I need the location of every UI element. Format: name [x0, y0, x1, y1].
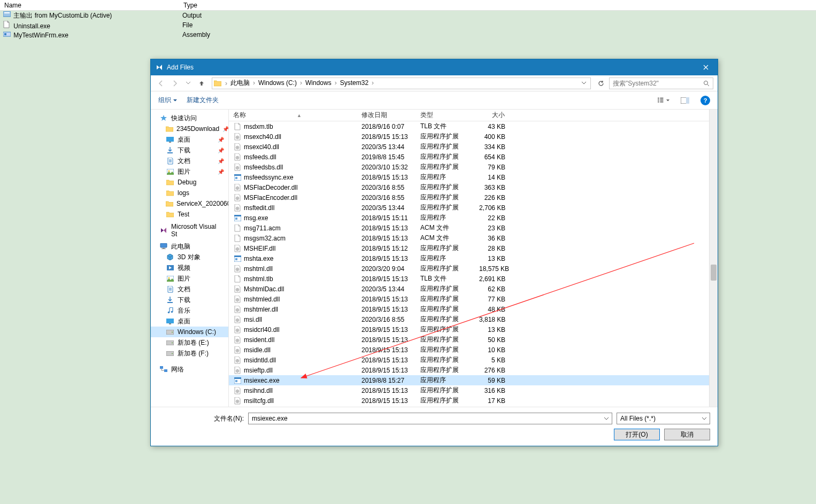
- sidebar-item[interactable]: 文档: [151, 284, 228, 294]
- file-row[interactable]: MSHEIF.dll2018/9/15 15:12应用程序扩展28 KB: [229, 243, 718, 253]
- forward-button[interactable]: [169, 77, 181, 89]
- sidebar-item[interactable]: logs: [151, 188, 228, 198]
- filter-combo[interactable]: All Files (*.*): [617, 413, 710, 424]
- file-row[interactable]: msidle.dll2018/9/15 15:13应用程序扩展10 KB: [229, 345, 718, 355]
- refresh-button[interactable]: [595, 77, 607, 89]
- search-input[interactable]: [613, 80, 703, 87]
- sidebar-visual-studio[interactable]: Microsoft Visual St: [151, 225, 228, 236]
- filename-input-wrap[interactable]: [248, 413, 612, 424]
- file-row[interactable]: msidcrl40.dll2018/9/15 15:13应用程序扩展13 KB: [229, 324, 718, 335]
- back-button[interactable]: [155, 77, 167, 89]
- sidebar-item[interactable]: Test: [151, 209, 228, 220]
- breadcrumb-item[interactable]: 此电脑: [228, 78, 252, 88]
- view-button[interactable]: [658, 95, 669, 106]
- sidebar-item[interactable]: 音乐: [151, 305, 228, 316]
- close-button[interactable]: [694, 59, 718, 75]
- bg-row[interactable]: Uninstall.exeFile: [0, 20, 816, 30]
- new-folder-button[interactable]: 新建文件夹: [187, 96, 219, 105]
- file-row[interactable]: msgsm32.acm2018/9/15 15:13ACM 文件36 KB: [229, 233, 718, 243]
- file-row[interactable]: msieftp.dll2018/9/15 15:13应用程序扩展276 KB: [229, 365, 718, 375]
- file-row[interactable]: msfeeds.dll2019/8/8 15:45应用程序扩展654 KB: [229, 152, 718, 162]
- file-type: 应用程序扩展: [416, 142, 475, 151]
- file-row[interactable]: msftedit.dll2020/3/5 13:44应用程序扩展2,706 KB: [229, 203, 718, 213]
- file-row[interactable]: mshtmled.dll2018/9/15 15:13应用程序扩展77 KB: [229, 294, 718, 304]
- sidebar-item[interactable]: 图片📌: [151, 166, 228, 177]
- recent-dropdown[interactable]: [183, 78, 194, 89]
- file-row[interactable]: mshtmler.dll2018/9/15 15:13应用程序扩展48 KB: [229, 304, 718, 314]
- sidebar-item[interactable]: Windows (C:): [151, 327, 228, 337]
- up-button[interactable]: [196, 77, 207, 89]
- file-row[interactable]: msident.dll2018/9/15 15:13应用程序扩展50 KB: [229, 335, 718, 345]
- filename-input[interactable]: [252, 415, 604, 422]
- address-dropdown[interactable]: [579, 78, 589, 89]
- file-row[interactable]: mshta.exe2018/9/15 15:13应用程序13 KB: [229, 253, 718, 263]
- file-list-body[interactable]: msdxm.tlb2018/9/16 0:07TLB 文件43 KBmsexch…: [229, 121, 718, 407]
- sidebar-item[interactable]: 3D 对象: [151, 252, 228, 262]
- open-button[interactable]: 打开(O): [614, 429, 660, 440]
- sidebar-item[interactable]: 新加卷 (E:): [151, 337, 228, 348]
- preview-pane-button[interactable]: [679, 95, 691, 106]
- sidebar-item[interactable]: ServiceX_2020060: [151, 198, 228, 209]
- file-row[interactable]: MshtmlDac.dll2020/3/5 13:44应用程序扩展62 KB: [229, 284, 718, 294]
- sidebar-network[interactable]: 网络: [151, 364, 228, 375]
- file-row[interactable]: msiexec.exe2019/8/8 15:27应用程序59 KB: [229, 375, 718, 385]
- breadcrumb-item[interactable]: Windows (C:): [256, 78, 299, 88]
- col-name[interactable]: 名称▲: [229, 110, 357, 121]
- sidebar-item[interactable]: 视频: [151, 262, 228, 273]
- bg-row[interactable]: 主输出 from MyCustomLib (Active)Output: [0, 11, 816, 20]
- breadcrumb-item[interactable]: System32: [338, 78, 371, 88]
- bg-row[interactable]: MyTestWinFrm.exeAssembly: [0, 30, 816, 40]
- scrollbar[interactable]: [709, 110, 718, 407]
- col-size[interactable]: 大小: [475, 110, 510, 121]
- file-row[interactable]: msiltcfg.dll2018/9/15 15:13应用程序扩展17 KB: [229, 396, 718, 406]
- col-date[interactable]: 修改日期: [357, 110, 416, 121]
- drive-icon: [166, 340, 174, 345]
- cancel-button[interactable]: 取消: [664, 429, 710, 440]
- sidebar-item[interactable]: 下载: [151, 294, 228, 305]
- sidebar-item[interactable]: 2345Download📌: [151, 123, 228, 134]
- sidebar-item[interactable]: Debug: [151, 177, 228, 188]
- file-row[interactable]: mshtml.tlb2018/9/15 15:13TLB 文件2,691 KB: [229, 274, 718, 284]
- file-row[interactable]: mshtml.dll2020/3/20 9:04应用程序扩展18,575 KB: [229, 263, 718, 274]
- file-type: 应用程序: [416, 213, 475, 222]
- sidebar-item[interactable]: 桌面: [151, 316, 228, 327]
- bg-col-type[interactable]: Type: [179, 1, 816, 10]
- file-row[interactable]: msidntld.dll2018/9/15 15:13应用程序扩展5 KB: [229, 355, 718, 365]
- file-date: 2020/3/10 15:32: [357, 164, 416, 171]
- sidebar-item[interactable]: 图片: [151, 273, 228, 284]
- file-row[interactable]: msihnd.dll2018/9/15 15:13应用程序扩展316 KB: [229, 385, 718, 396]
- titlebar[interactable]: Add Files: [151, 59, 718, 75]
- file-size: 2,691 KB: [475, 275, 510, 283]
- sidebar-item[interactable]: 新加卷 (F:): [151, 348, 228, 359]
- file-row[interactable]: msexch40.dll2018/9/15 15:13应用程序扩展400 KB: [229, 131, 718, 142]
- breadcrumb-item[interactable]: Windows: [303, 78, 334, 88]
- sidebar-item[interactable]: 下载📌: [151, 145, 228, 156]
- sidebar-quick-access[interactable]: 快速访问: [151, 113, 228, 123]
- address-bar[interactable]: › 此电脑›Windows (C:)›Windows›System32›: [212, 77, 591, 89]
- file-row[interactable]: msg711.acm2018/9/15 15:13ACM 文件23 KB: [229, 223, 718, 233]
- organize-button[interactable]: 组织: [158, 96, 177, 105]
- help-button[interactable]: ?: [700, 96, 710, 105]
- search-box[interactable]: [609, 77, 713, 89]
- dll-icon: [233, 184, 242, 191]
- bg-col-name[interactable]: Name: [0, 1, 179, 10]
- file-row[interactable]: MSFlacEncoder.dll2020/3/16 8:55应用程序扩展226…: [229, 192, 718, 203]
- file-row[interactable]: msi.dll2020/3/16 8:55应用程序扩展3,818 KB: [229, 314, 718, 324]
- sidebar-item[interactable]: 文档📌: [151, 156, 228, 166]
- col-type[interactable]: 类型: [416, 110, 475, 121]
- file-row[interactable]: msfeedsbs.dll2020/3/10 15:32应用程序扩展79 KB: [229, 162, 718, 172]
- file-name: MshtmlDac.dll: [244, 285, 284, 293]
- file-row[interactable]: msexcl40.dll2020/3/5 13:44应用程序扩展334 KB: [229, 142, 718, 152]
- file-row[interactable]: MSFlacDecoder.dll2020/3/16 8:55应用程序扩展363…: [229, 182, 718, 192]
- file-row[interactable]: msdxm.tlb2018/9/16 0:07TLB 文件43 KB: [229, 121, 718, 131]
- chevron-right-icon: ›: [334, 79, 338, 87]
- file-row[interactable]: msfeedssync.exe2018/9/15 15:13应用程序14 KB: [229, 172, 718, 182]
- drive-icon: [166, 330, 174, 335]
- scroll-thumb[interactable]: [711, 265, 717, 281]
- sidebar-this-pc[interactable]: 此电脑: [151, 241, 228, 252]
- file-name: msftedit.dll: [244, 204, 274, 212]
- file-row[interactable]: msg.exe2018/9/15 15:11应用程序22 KB: [229, 213, 718, 223]
- sidebar[interactable]: 快速访问 2345Download📌桌面📌下载📌文档📌图片📌DebuglogsS…: [151, 110, 229, 407]
- pin-icon: 📌: [218, 169, 224, 175]
- sidebar-item[interactable]: 桌面📌: [151, 134, 228, 145]
